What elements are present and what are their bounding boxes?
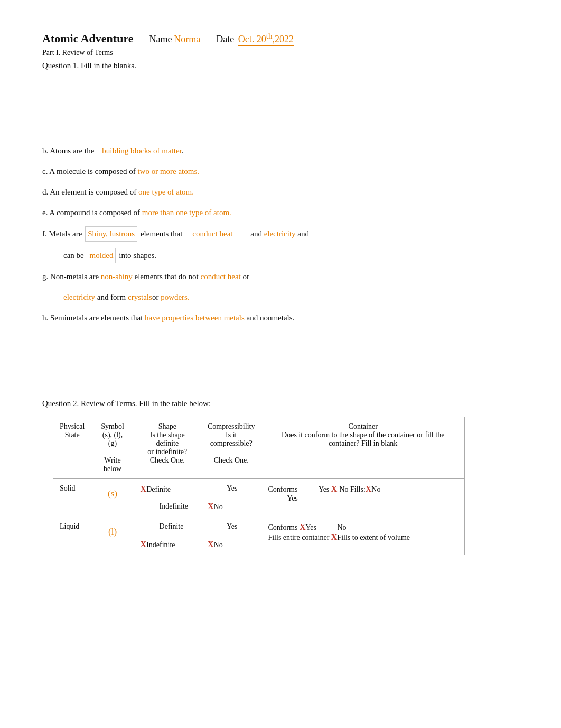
answer-h: have properties between metals <box>145 314 245 322</box>
line-g2: electricity and form crystalsor powders. <box>63 290 519 305</box>
fill-section: b. Atoms are the _ building blocks of ma… <box>42 144 519 325</box>
page-title: Atomic Adventure <box>42 32 134 45</box>
col-header-shape: ShapeIs the shape definiteor indefinite?… <box>134 417 201 479</box>
page-header: Atomic Adventure Name Norma Date Oct. 20… <box>42 32 519 45</box>
line-b: b. Atoms are the _ building blocks of ma… <box>42 144 519 158</box>
line-c: c. A molecule is composed of two or more… <box>42 164 519 179</box>
shape-liquid: Definite XIndefinite <box>134 517 201 555</box>
compress-liquid: Yes XNo <box>201 517 261 555</box>
answer-f1: Shiny, lustrous <box>85 226 137 242</box>
col-header-symbol: Symbol(s), (l), (g)Writebelow <box>91 417 134 479</box>
shape-solid: XDefinite Indefinite <box>134 479 201 517</box>
date-label: Date Oct. 20th,2022 <box>216 32 294 45</box>
line-h: h. Semimetals are elements that have pro… <box>42 311 519 325</box>
table-row-solid: Solid (s) XDefinite Indefinite Yes XNo C… <box>53 479 465 517</box>
answer-c: two or more atoms. <box>137 167 199 176</box>
answer-g5: powders. <box>161 293 190 301</box>
symbol-liquid: (l) <box>91 517 134 555</box>
answer-g1: non-shiny <box>101 272 133 281</box>
col-header-state: PhysicalState <box>53 417 91 479</box>
name-value: Norma <box>174 34 200 44</box>
answer-d: one type of atom. <box>138 188 194 196</box>
symbol-solid: (s) <box>91 479 134 517</box>
q1-label: Question 1. Fill in the blanks. <box>42 61 519 70</box>
line-d: d. An element is composed of one type of… <box>42 185 519 199</box>
answer-g2: conduct heat <box>201 272 241 281</box>
subtitle: Part I. Review of Terms <box>42 49 519 57</box>
date-value: Oct. 20th,2022 <box>238 34 294 46</box>
answer-g4: crystals <box>128 293 152 301</box>
container-solid: Conforms Yes X No Fills:XNo Yes <box>261 479 465 517</box>
answer-f2: __conduct heat____ <box>184 229 248 238</box>
line-f2: can be molded into shapes. <box>63 248 519 263</box>
state-liquid: Liquid <box>53 517 91 555</box>
compress-solid: Yes XNo <box>201 479 261 517</box>
answer-e: more than one type of atom. <box>142 208 231 217</box>
line-f1: f. Metals are Shiny, lustrous elements t… <box>42 226 519 242</box>
line-g1: g. Non-metals are non-shiny elements tha… <box>42 270 519 284</box>
line-e: e. A compound is composed of more than o… <box>42 206 519 220</box>
answer-f4: molded <box>87 248 116 263</box>
col-header-container: ContainerDoes it conform to the shape of… <box>261 417 465 479</box>
name-label: Name Norma <box>149 34 201 45</box>
review-table: PhysicalState Symbol(s), (l), (g)Writebe… <box>53 417 465 555</box>
container-liquid: Conforms XYes No Fills entire container … <box>261 517 465 555</box>
table-section: Question 2. Review of Terms. Fill in the… <box>42 399 519 555</box>
divider <box>42 134 519 134</box>
answer-f3: electricity <box>264 229 296 238</box>
col-header-compress: CompressibilityIs itcompressible?Check O… <box>201 417 261 479</box>
answer-g3: electricity <box>63 293 95 301</box>
table-row-liquid: Liquid (l) Definite XIndefinite Yes XNo … <box>53 517 465 555</box>
q2-label: Question 2. Review of Terms. Fill in the… <box>42 399 519 408</box>
answer-b: _ building blocks of matter <box>96 146 182 155</box>
state-solid: Solid <box>53 479 91 517</box>
